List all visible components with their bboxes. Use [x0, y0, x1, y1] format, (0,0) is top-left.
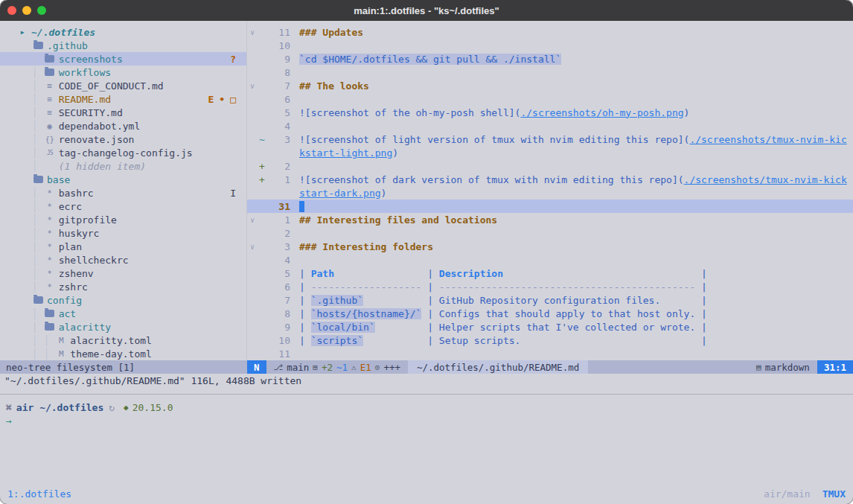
tree-item-alacritty[interactable]: │ alacritty	[0, 320, 246, 334]
branch-name: main	[287, 362, 309, 373]
fold-marker-icon[interactable]: ∨	[247, 216, 259, 224]
text: |	[421, 281, 438, 293]
markdown-link[interactable]: start-dark.png	[299, 188, 381, 199]
tree-item-dotfiles[interactable]: ▸~/.dotfiles	[0, 25, 246, 39]
tree-item-ecrc[interactable]: │ *ecrc	[0, 200, 246, 213]
fold-marker-icon[interactable]: ∨	[247, 28, 259, 36]
text: |	[299, 281, 311, 293]
tree-item-github[interactable]: .github	[0, 39, 246, 52]
editor-line-11[interactable]: 11	[247, 347, 853, 360]
editor-line-wrap[interactable]: kstart-light.png)	[247, 146, 853, 159]
tree-item-huskyrc[interactable]: │ *huskyrc	[0, 226, 246, 240]
line-text: kstart-light.png)	[290, 147, 398, 159]
editor-cursor-line[interactable]: 31	[247, 200, 853, 213]
node-version: 20.15.0	[132, 402, 173, 413]
line-text: start-dark.png)	[290, 188, 386, 199]
editor-line-3[interactable]: ~3![screenshot of light version of tmux …	[247, 133, 853, 146]
text: |	[334, 268, 439, 279]
tree-item-dependabot-yml[interactable]: │ ◉dependabot.yml	[0, 119, 246, 133]
editor-line-6[interactable]: 6	[247, 92, 853, 106]
table-divider: -------------------	[311, 281, 422, 293]
editor-line-9[interactable]: 9`cd $HOME/.dotfiles && git pull && ./in…	[247, 52, 853, 66]
zoom-button[interactable]	[37, 6, 46, 15]
tree-item-zshrc[interactable]: │ *zshrc	[0, 280, 246, 293]
editor-line-4[interactable]: 4	[247, 119, 853, 133]
indent-guide: │	[32, 94, 44, 105]
tree-item-zshenv[interactable]: │ *zshenv	[0, 267, 246, 280]
editor-line-8[interactable]: 8| `hosts/{hostname}/` | Configs that sh…	[247, 307, 853, 320]
tree-item-code-of-conduct-md[interactable]: │ ≡CODE_OF_CONDUCT.md	[0, 79, 246, 92]
fold-marker-icon[interactable]: ∨	[247, 82, 259, 90]
tree-item-theme-day-toml[interactable]: │ │ Mtheme-day.toml	[0, 347, 246, 360]
shell-pane[interactable]: ⌘ air ~/.dotfiles ↻ ◆ 20.15.0 →	[0, 394, 853, 483]
item-status-badges: ?	[230, 54, 246, 65]
editor-line-4[interactable]: 4	[247, 253, 853, 267]
tree-item-alacritty-toml[interactable]: │ │ Malacritty.toml	[0, 334, 246, 347]
tree-item-renovate-json[interactable]: │ {}renovate.json	[0, 133, 246, 146]
inline-code: `local/bin`	[311, 322, 375, 333]
tree-item-gitprofile[interactable]: │ *gitprofile	[0, 213, 246, 226]
line-text: | `.github` | GitHub Repository configur…	[290, 295, 707, 306]
editor-line-7[interactable]: 7| `.github` | GitHub Repository configu…	[247, 293, 853, 307]
tmux-window-name[interactable]: 1:.dotfiles	[7, 488, 71, 500]
indent-guide: │	[32, 147, 44, 159]
folder-icon	[44, 55, 56, 63]
editor-line-9[interactable]: 9| `local/bin` | Helper scripts that I'v…	[247, 320, 853, 334]
indent-guide: │	[32, 281, 44, 293]
editor-line-6[interactable]: 6| ------------------- | ---------------…	[247, 280, 853, 293]
mouse-ibeam-cursor: I	[230, 188, 246, 199]
status-badge: I	[230, 188, 236, 199]
editor-line-wrap[interactable]: start-dark.png)	[247, 186, 853, 200]
tmux-label: TMUX	[822, 488, 846, 500]
tree-item-readme-md[interactable]: │ ≡README.mdE•□	[0, 92, 246, 106]
markdown-link[interactable]: ./screenshots/tmux-nvim-kic	[689, 134, 846, 145]
markdown-link[interactable]: ./screenshots/tmux-nvim-kick	[684, 174, 847, 185]
editor-line-5[interactable]: 5| Path | Description |	[247, 267, 853, 280]
filetype-label: markdown	[765, 362, 810, 373]
tree-item-act[interactable]: │ act	[0, 307, 246, 320]
indent-guide: │ │	[32, 348, 55, 360]
editor-buffer: ∨11### Updates109`cd $HOME/.dotfiles && …	[247, 21, 853, 360]
fold-marker-icon[interactable]: ∨	[247, 243, 259, 251]
editor-line-1[interactable]: +1![screenshot of dark version of tmux w…	[247, 173, 853, 186]
tree-item-shellcheckrc[interactable]: │ *shellcheckrc	[0, 253, 246, 267]
editor-line-10[interactable]: 10	[247, 39, 853, 52]
indent-guide: │ │	[32, 335, 55, 346]
tree-item-tag-changelog-config-js[interactable]: │ JStag-changelog-config.js	[0, 146, 246, 159]
editor-line-10[interactable]: 10| `scripts` | Setup scripts. |	[247, 334, 853, 347]
close-button[interactable]	[7, 6, 16, 15]
prompt-arrow-line: →	[6, 414, 853, 427]
editor-line-11[interactable]: ∨11### Updates	[247, 25, 853, 39]
line-text: ![screenshot of light version of tmux wi…	[290, 134, 847, 145]
editor-line-2[interactable]: +2	[247, 159, 853, 173]
editor-line-7[interactable]: ∨7## The looks	[247, 79, 853, 92]
text: )	[684, 107, 690, 118]
minimize-button[interactable]	[22, 6, 31, 15]
tree-item-label: renovate.json	[59, 134, 135, 145]
line-number: 9	[268, 322, 290, 333]
folder-icon	[44, 310, 56, 317]
table-header-cell: Path	[311, 268, 334, 279]
tree-item-security-md[interactable]: │ ≡SECURITY.md	[0, 106, 246, 119]
markdown-link[interactable]: ./screenshots/oh-my-posh.png	[520, 107, 683, 118]
editor-line-5[interactable]: 5![screenshot of the oh-my-posh shell](.…	[247, 106, 853, 119]
line-number: 11	[268, 348, 290, 360]
tree-item-config[interactable]: config	[0, 293, 246, 307]
tree-item-plan[interactable]: │ *plan	[0, 240, 246, 253]
editor-line-3[interactable]: ∨3### Interesting folders	[247, 240, 853, 253]
tree-item-label: workflows	[59, 67, 111, 78]
markdown-link[interactable]: kstart-light.png	[299, 147, 392, 159]
command-line[interactable]: "~/.dotfiles/.github/README.md" 116L, 44…	[0, 374, 853, 387]
tree-item-workflows[interactable]: │ workflows	[0, 66, 246, 79]
editor-line-1[interactable]: ∨1## Interesting files and locations	[247, 213, 853, 226]
git-status-segment: ⎇ main ⊞ +2 ~1 ⚠ E1 ⊙ +++	[266, 362, 408, 373]
editor-line-8[interactable]: 8	[247, 66, 853, 79]
tree-item-screenshots[interactable]: │ screenshots?	[0, 52, 246, 66]
tree-item-bashrc[interactable]: │ *bashrcI	[0, 186, 246, 200]
line-text: | `local/bin` | Helper scripts that I've…	[290, 322, 707, 333]
tree-item-1-hidden-item[interactable]: │ (1 hidden item)	[0, 159, 246, 173]
text: | Setup scripts. |	[363, 335, 707, 346]
tree-item-base[interactable]: base	[0, 173, 246, 186]
m-file-icon: M	[55, 336, 67, 345]
editor-line-2[interactable]: 2	[247, 226, 853, 240]
